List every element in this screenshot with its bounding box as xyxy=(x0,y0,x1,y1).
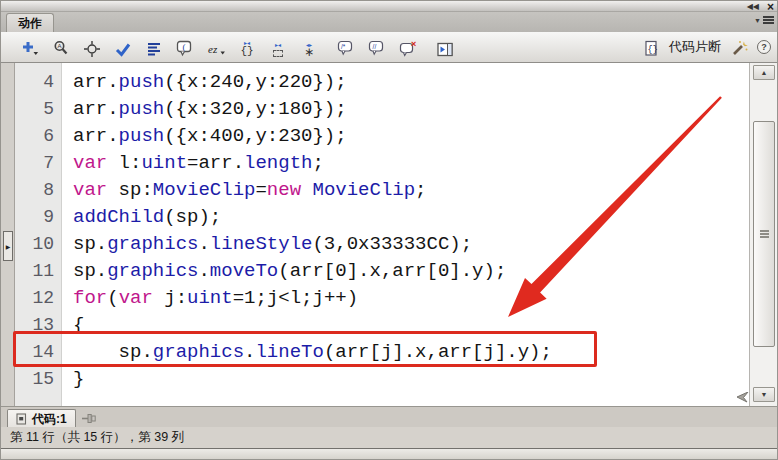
code-text: arr.push({x:320,y:180}); xyxy=(62,98,347,120)
scroll-down-icon[interactable]: ▼ xyxy=(753,387,775,402)
code-text: arr.push({x:400,y:230}); xyxy=(62,125,347,147)
code-line-6[interactable]: 6arr.push({x:400,y:230}); xyxy=(15,122,749,149)
line-number: 11 xyxy=(15,261,62,281)
line-number: 4 xyxy=(15,72,62,92)
code-snippets-label[interactable]: 代码片断 xyxy=(669,38,721,56)
line-number: 5 xyxy=(15,99,62,119)
help-icon[interactable]: ? xyxy=(757,40,771,54)
code-line-4[interactable]: 4arr.push({x:240,y:220}); xyxy=(15,68,749,95)
apply-line-comment-icon[interactable]: // xyxy=(366,37,388,57)
code-line-12[interactable]: 12for(var j:uint=1;j<l;j++) xyxy=(15,284,749,311)
apply-block-comment-icon[interactable]: /* xyxy=(335,37,357,57)
code-snippets-icon[interactable]: {} xyxy=(640,37,662,57)
code-line-5[interactable]: 5arr.push({x:320,y:180}); xyxy=(15,95,749,122)
expand-all-icon[interactable]: ◂▸∗ xyxy=(298,37,320,57)
status-bar: 第 11 行（共 15 行），第 39 列 xyxy=(1,427,778,448)
script-document-icon xyxy=(16,413,27,425)
magic-wand-icon[interactable] xyxy=(728,37,750,57)
collapse-to-icons-icon[interactable]: ◀◀ xyxy=(747,3,759,11)
collapse-selection-icon[interactable]: ▸◂ xyxy=(267,37,289,57)
tab-code-1[interactable]: 代码:1 xyxy=(7,409,76,428)
close-icon[interactable]: × xyxy=(767,2,774,12)
code-text: sp.graphics.moveTo(arr[0].x,arr[0].y); xyxy=(62,260,506,282)
collapse-between-braces-icon[interactable]: ▸◂{} xyxy=(236,37,258,57)
line-number: 8 xyxy=(15,180,62,200)
scroll-up-icon[interactable]: ▲ xyxy=(753,65,775,80)
vertical-scrollbar[interactable]: ▲ ▼ xyxy=(749,63,778,406)
code-line-15[interactable]: 15} xyxy=(15,365,749,392)
code-line-9[interactable]: 9addChild(sp); xyxy=(15,203,749,230)
code-text: sp.graphics.lineStyle(3,0x33333CC); xyxy=(62,233,472,255)
show-hide-toolbox-icon[interactable] xyxy=(434,37,456,57)
line-number: 6 xyxy=(15,126,62,146)
actions-panel: ◀◀ × 动作 ▼ A ( ez xyxy=(0,0,778,460)
code-line-11[interactable]: 11sp.graphics.moveTo(arr[0].x,arr[0].y); xyxy=(15,257,749,284)
line-number: 7 xyxy=(15,153,62,173)
svg-text:{}: {} xyxy=(648,45,658,55)
tab-code-1-label: 代码:1 xyxy=(32,411,67,428)
code-text: var l:uint=arr.length; xyxy=(62,152,324,174)
remove-comment-icon[interactable]: × xyxy=(397,37,419,57)
code-text: } xyxy=(62,368,84,390)
scrollbar-thumb[interactable] xyxy=(753,121,775,347)
code-line-7[interactable]: 7var l:uint=arr.length; xyxy=(15,149,749,176)
highlight-box-line-14 xyxy=(13,331,597,367)
cursor-position-status: 第 11 行（共 15 行），第 39 列 xyxy=(10,429,184,446)
code-text: arr.push({x:240,y:220}); xyxy=(62,71,347,93)
pin-icon[interactable] xyxy=(81,413,98,424)
script-tab-bar: 代码:1 xyxy=(1,406,778,427)
code-line-10[interactable]: 10sp.graphics.lineStyle(3,0x33333CC); xyxy=(15,230,749,257)
panel-menu-icon[interactable]: ▼ xyxy=(754,16,774,24)
panel-drag-bar[interactable]: ◀◀ × xyxy=(1,1,778,12)
thumb-grip xyxy=(760,233,769,235)
debug-options-icon[interactable]: ez xyxy=(205,37,227,57)
splitter-collapse-button[interactable]: ▶ xyxy=(3,231,13,261)
line-number: 9 xyxy=(15,207,62,227)
panel-tab-row: 动作 ▼ xyxy=(1,12,778,32)
line-number: 15 xyxy=(15,369,62,389)
svg-text:×: × xyxy=(411,40,416,49)
insert-target-path-icon[interactable] xyxy=(81,37,103,57)
svg-text:A: A xyxy=(57,43,61,49)
actions-toolbar: A ( ez ▸◂{} ▸◂ ◂▸∗ /* // xyxy=(1,32,778,63)
line-number: 10 xyxy=(15,234,62,254)
tab-actions[interactable]: 动作 xyxy=(6,13,54,32)
svg-text:ez: ez xyxy=(208,43,218,55)
panel-bottom-edge xyxy=(1,448,778,460)
add-new-item-icon[interactable] xyxy=(19,37,41,57)
svg-text:(: ( xyxy=(182,42,185,52)
svg-text:/*: /* xyxy=(341,43,346,50)
code-text: for(var j:uint=1;j<l;j++) xyxy=(62,287,358,309)
line-number: 12 xyxy=(15,288,62,308)
code-line-8[interactable]: 8var sp:MovieClip=new MovieClip; xyxy=(15,176,749,203)
code-text: var sp:MovieClip=new MovieClip; xyxy=(62,179,427,201)
show-code-hint-icon[interactable]: ( xyxy=(174,37,196,57)
check-syntax-icon[interactable] xyxy=(112,37,134,57)
code-text: addChild(sp); xyxy=(62,206,221,228)
panel-title: 动作 xyxy=(18,15,42,32)
auto-format-icon[interactable] xyxy=(143,37,165,57)
find-icon[interactable]: A xyxy=(50,37,72,57)
svg-text://: // xyxy=(373,43,377,50)
